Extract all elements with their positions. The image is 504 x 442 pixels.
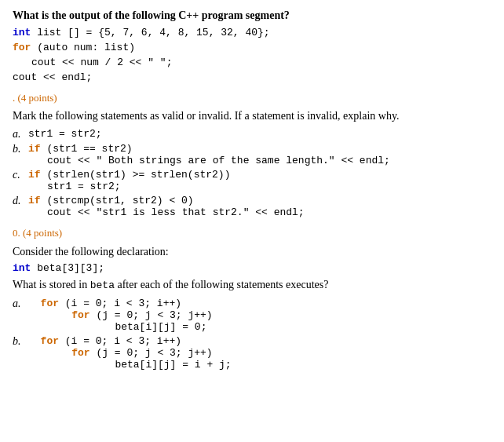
q9-cout-line: cout << num / 2 << " "; (31, 57, 172, 68)
q10-a-line2: for (j = 0; j < 3; j++) (47, 309, 491, 321)
q9b-item-d: d. if (strcmp(str1, str2) < 0) cout << "… (13, 195, 491, 218)
q9b-b-rest1: (str1 == str2) (41, 143, 133, 155)
for-keyword-b1: for (41, 335, 59, 347)
q10-beta-inline: beta (90, 279, 115, 291)
if-keyword-d: if (28, 195, 41, 206)
q9b-item-c: c. if (strlen(str1) >= strlen(str2)) str… (13, 169, 491, 192)
q10-header1: Consider the following declaration: (13, 244, 491, 260)
q9b-header: Mark the following statements as valid o… (13, 108, 491, 124)
q9b-section: . (4 points) (13, 91, 491, 105)
q9b-code-d: if (strcmp(str1, str2) < 0) cout << "str… (28, 195, 491, 218)
int-keyword: int (13, 27, 31, 38)
q9b-c-line1: if (strlen(str1) >= strlen(str2)) (28, 169, 491, 181)
q9b-label-b: b. (13, 143, 28, 166)
q10-item-a: a. for (i = 0; i < 3; i++) for (j = 0; j… (13, 298, 491, 333)
q10-a-line1: for (i = 0; i < 3; i++) (28, 298, 491, 309)
q10-label-a: a. (13, 298, 28, 333)
q9b-b-line1: if (str1 == str2) (28, 143, 491, 155)
q9b-d-rest1: (strcmp(str1, str2) < 0) (41, 195, 194, 206)
q10-b-line3: beta[i][j] = i + j; (66, 359, 491, 371)
q9b-c-rest1: (strlen(str1) >= strlen(str2)) (41, 169, 231, 181)
q10-b-line2: for (j = 0; j < 3; j++) (47, 347, 491, 359)
q9b-c-line2: str1 = str2; (47, 181, 491, 192)
q9b-item-a: a. str1 = str2; (13, 128, 491, 141)
q9-code-rest2: (auto num: list) (31, 42, 135, 53)
if-keyword-c: if (28, 169, 41, 181)
q9b-code-c: if (strlen(str1) >= strlen(str2)) str1 =… (28, 169, 491, 192)
q9-code-line1: int list [] = {5, 7, 6, 4, 8, 15, 32, 40… (13, 27, 491, 38)
q10-decl: int beta[3][3]; (13, 262, 491, 274)
for-keyword-b2: for (71, 347, 89, 359)
q9b-label-a: a. (13, 128, 28, 141)
int-keyword-2: int (13, 262, 31, 274)
q9b-d-line2: cout << "str1 is less that str2." << end… (47, 206, 491, 218)
q9b-label-d: d. (13, 195, 28, 218)
q10-code-a: for (i = 0; i < 3; i++) for (j = 0; j < … (28, 298, 491, 333)
q9b-item-b: b. if (str1 == str2) cout << " Both stri… (13, 143, 491, 166)
q9-code-rest1: list [] = {5, 7, 6, 4, 8, 15, 32, 40}; (31, 27, 269, 38)
q10-decl-rest: beta[3][3]; (31, 262, 104, 274)
q9-endl-line: cout << endl; (13, 71, 92, 83)
q10-a-line3: beta[i][j] = 0; (66, 321, 491, 333)
for-keyword-a2: for (71, 309, 89, 321)
q10-b-line1: for (i = 0; i < 3; i++) (28, 335, 491, 347)
q9b-code-a: str1 = str2; (28, 128, 491, 141)
q10-header2: What is stored in beta after each of the… (13, 277, 491, 293)
q9b-code-b: if (str1 == str2) cout << " Both strings… (28, 143, 491, 166)
q9b-d-line1: if (strcmp(str1, str2) < 0) (28, 195, 491, 206)
q9-code-line2: for (auto num: list) (13, 42, 491, 53)
q10-label-b: b. (13, 335, 28, 371)
q9-code-line3: cout << num / 2 << " "; (31, 57, 491, 68)
q9-header: What is the output of the following C++ … (13, 8, 491, 24)
q9-code-line4: cout << endl; (13, 71, 491, 83)
if-keyword-b: if (28, 143, 41, 155)
for-keyword-a1: for (41, 298, 59, 309)
for-keyword-1: for (13, 42, 31, 53)
q9b-b-line2: cout << " Both strings are of the same l… (47, 155, 491, 166)
q9b-label-c: c. (13, 169, 28, 192)
q10-code-b: for (i = 0; i < 3; i++) for (j = 0; j < … (28, 335, 491, 371)
q10-section: 0. (4 points) (13, 226, 491, 240)
q10-item-b: b. for (i = 0; i < 3; i++) for (j = 0; j… (13, 335, 491, 371)
